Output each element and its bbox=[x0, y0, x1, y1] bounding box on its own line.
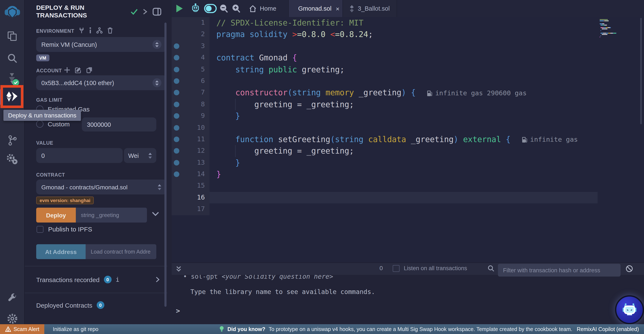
code-line[interactable]: function setGreeting(string calldata _gr… bbox=[210, 134, 598, 145]
at-address-input[interactable] bbox=[86, 244, 156, 259]
code-line[interactable] bbox=[210, 204, 598, 215]
panel-scrollbar[interactable] bbox=[164, 22, 166, 307]
breakpoint-dot[interactable] bbox=[174, 90, 179, 95]
value-unit-select[interactable]: Wei bbox=[124, 148, 156, 163]
contract-select[interactable]: Gmonad - contracts/Gmonad.sol bbox=[36, 180, 166, 194]
code-line[interactable] bbox=[210, 75, 598, 87]
gutter-line[interactable]: 9 bbox=[172, 110, 210, 122]
trash-icon[interactable] bbox=[107, 27, 113, 34]
gutter-line[interactable]: 6 bbox=[172, 75, 210, 87]
gutter-line[interactable]: 2 bbox=[172, 29, 210, 40]
plug-icon[interactable] bbox=[79, 27, 84, 34]
terminal-filter-input[interactable] bbox=[498, 264, 620, 277]
code-line[interactable]: greeting = _greeting; bbox=[210, 145, 598, 157]
editor-gutter[interactable]: 1234567891011121314151617 bbox=[172, 17, 210, 215]
settings-gear-icon[interactable] bbox=[0, 313, 24, 324]
breakpoint-dot[interactable] bbox=[174, 137, 179, 142]
copilot-toggle-icon[interactable] bbox=[204, 4, 217, 13]
tab-close-icon[interactable]: × bbox=[336, 5, 340, 12]
editor-code[interactable]: // SPDX-License-Identifier: MITpragma so… bbox=[210, 17, 598, 215]
terminal-search-icon[interactable] bbox=[488, 265, 494, 272]
gutter-line[interactable]: 1 bbox=[172, 17, 210, 29]
breakpoint-dot[interactable] bbox=[174, 43, 179, 49]
breakpoint-dot[interactable] bbox=[174, 113, 179, 119]
listen-transactions-checkbox[interactable] bbox=[393, 265, 400, 272]
editor-scrollbar[interactable] bbox=[640, 18, 642, 124]
search-icon[interactable] bbox=[0, 53, 24, 64]
debugger-wrench-icon[interactable] bbox=[0, 293, 24, 304]
gutter-line[interactable]: 17 bbox=[172, 204, 210, 215]
gutter-line[interactable]: 3 bbox=[172, 40, 210, 52]
tab-ballot[interactable]: 3_Ballot.sol bbox=[343, 0, 397, 17]
value-input[interactable] bbox=[36, 148, 123, 163]
code-line[interactable]: } bbox=[210, 168, 598, 180]
clear-terminal-icon[interactable] bbox=[626, 265, 633, 272]
gutter-line[interactable]: 12 bbox=[172, 145, 210, 157]
code-line[interactable]: } bbox=[210, 157, 598, 168]
transactions-expand-chevron-icon[interactable] bbox=[156, 277, 160, 283]
custom-gas-input[interactable] bbox=[82, 117, 156, 131]
publish-ipfs-checkbox[interactable] bbox=[37, 226, 44, 233]
gutter-line[interactable]: 7 bbox=[172, 87, 210, 99]
code-line[interactable]: string public greeting; bbox=[210, 64, 598, 75]
code-line[interactable] bbox=[210, 122, 598, 134]
add-account-icon[interactable] bbox=[64, 67, 70, 73]
code-line[interactable] bbox=[210, 192, 598, 204]
deploy-param-input[interactable] bbox=[76, 208, 147, 223]
gutter-line[interactable]: 5 bbox=[172, 64, 210, 75]
code-line[interactable]: pragma solidity >=0.8.0 <=0.8.24; bbox=[210, 29, 598, 40]
code-editor[interactable]: 1234567891011121314151617 // SPDX-Licens… bbox=[172, 17, 644, 263]
code-line[interactable]: // SPDX-License-Identifier: MIT bbox=[210, 17, 598, 29]
code-line[interactable]: greeting = _greeting; bbox=[210, 98, 598, 110]
zoom-in-icon[interactable] bbox=[232, 4, 241, 13]
deploy-button[interactable]: Deploy bbox=[36, 208, 76, 223]
pin-panel-chevron-icon[interactable] bbox=[142, 8, 147, 15]
file-explorer-icon[interactable] bbox=[0, 31, 24, 42]
breakpoint-dot[interactable] bbox=[174, 148, 179, 154]
gutter-line[interactable]: 11 bbox=[172, 134, 210, 145]
breakpoint-dot[interactable] bbox=[174, 125, 179, 130]
tab-gmonad[interactable]: Gmonad.sol × bbox=[288, 0, 343, 17]
deploy-run-icon[interactable] bbox=[3, 88, 21, 105]
split-panel-icon[interactable] bbox=[152, 8, 162, 16]
breakpoint-dot[interactable] bbox=[174, 78, 179, 84]
custom-gas-radio[interactable] bbox=[36, 120, 44, 128]
collapse-terminal-icon[interactable] bbox=[176, 266, 182, 272]
expand-deploy-chevron-icon[interactable] bbox=[152, 212, 159, 216]
code-line[interactable] bbox=[210, 40, 598, 52]
account-select[interactable]: 0x5B3...eddC4 (100 ether) bbox=[36, 75, 166, 90]
code-line[interactable]: } bbox=[210, 110, 598, 122]
zoom-out-icon[interactable] bbox=[219, 4, 228, 13]
copy-account-icon[interactable] bbox=[86, 67, 92, 73]
ai-robot-icon[interactable] bbox=[191, 3, 200, 14]
git-init-button[interactable]: Initialize as git repo bbox=[53, 326, 98, 332]
at-address-button[interactable]: At Address bbox=[36, 244, 86, 259]
breakpoint-dot[interactable] bbox=[174, 67, 179, 72]
editor-minimap[interactable] bbox=[600, 19, 638, 42]
git-icon[interactable] bbox=[0, 135, 24, 146]
code-line[interactable]: contract Gmonad { bbox=[210, 52, 598, 64]
info-icon[interactable] bbox=[89, 27, 92, 34]
run-script-play-icon[interactable] bbox=[176, 4, 183, 13]
fork-environment-icon[interactable] bbox=[96, 27, 103, 34]
edit-account-icon[interactable] bbox=[75, 67, 81, 73]
breakpoint-dot[interactable] bbox=[174, 171, 179, 177]
solidity-unit-testing-icon[interactable] bbox=[0, 153, 24, 165]
tab-home[interactable]: Home bbox=[243, 0, 282, 17]
remix-ai-assistant-button[interactable] bbox=[615, 295, 644, 324]
gutter-line[interactable]: 13 bbox=[172, 157, 210, 168]
transactions-info-icon[interactable]: i bbox=[116, 276, 119, 283]
code-line[interactable]: constructor(string memory _greeting) {in… bbox=[210, 87, 598, 99]
scam-alert-button[interactable]: Scam Alert bbox=[0, 324, 44, 334]
gutter-line[interactable]: 15 bbox=[172, 180, 210, 192]
solidity-compiler-icon[interactable] bbox=[0, 71, 24, 87]
gutter-line[interactable]: 8 bbox=[172, 98, 210, 110]
breakpoint-dot[interactable] bbox=[174, 101, 179, 107]
remix-logo-icon[interactable] bbox=[0, 4, 24, 21]
transactions-recorded-row[interactable]: Transactions recorded 0 i bbox=[36, 276, 160, 283]
code-line[interactable] bbox=[210, 180, 598, 192]
gutter-line[interactable]: 4 bbox=[172, 52, 210, 64]
breakpoint-dot[interactable] bbox=[174, 160, 179, 165]
breakpoint-dot[interactable] bbox=[174, 55, 179, 60]
gutter-line[interactable]: 16 bbox=[172, 192, 210, 204]
